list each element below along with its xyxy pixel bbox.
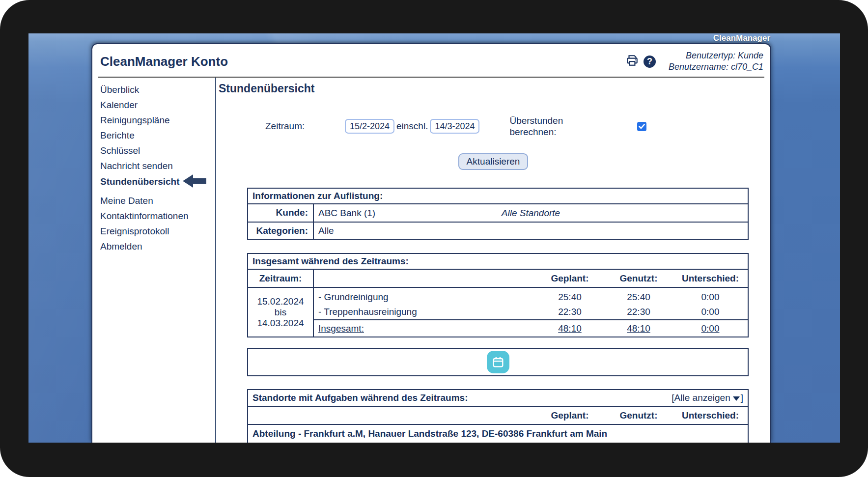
active-item-arrow-icon	[182, 180, 207, 191]
sidebar-item-reinigungsplaene[interactable]: Reinigungspläne	[100, 112, 215, 128]
table-row: - Treppenhausreinigung 22:30 22:30 0:00	[314, 305, 748, 319]
used-column-header: Genutzt:	[604, 273, 673, 284]
sidebar-item-berichte[interactable]: Berichte	[100, 128, 215, 143]
sidebar: Überblick Kalender Reinigungspläne Beric…	[92, 78, 215, 443]
update-button[interactable]: Aktualisieren	[458, 153, 529, 170]
sidebar-item-ueberblick[interactable]: Überblick	[100, 82, 215, 97]
customer-extra: Alle Standorte	[314, 208, 748, 219]
date-to-input[interactable]	[430, 119, 479, 134]
export-box	[247, 348, 749, 376]
info-table-title: Informationen zur Auflistung:	[252, 189, 383, 203]
table-row: Kategorien: Alle	[248, 222, 748, 239]
diff-column-header: Unterschied:	[673, 273, 748, 284]
totals-table-title: Insgesamt während des Zeitraums:	[252, 254, 409, 269]
planned-column-header: Geplant:	[535, 273, 604, 284]
customer-label: Kunde:	[248, 204, 314, 222]
overtime-label: Überstunden berechnen:	[509, 115, 567, 138]
window-header: CleanManager Konto ? Benutzertyp: Kunde …	[92, 44, 770, 76]
sidebar-item-kontaktinformationen[interactable]: Kontaktinformationen	[100, 208, 215, 224]
location-row: Abteilung - Frankfurt a.M, Hanauer Lands…	[248, 425, 748, 442]
sidebar-item-nachricht-senden[interactable]: Nachricht senden	[100, 158, 215, 173]
sidebar-item-ereignisprotokoll[interactable]: Ereignisprotokoll	[100, 224, 215, 239]
period-cell: 15.02.2024 bis 14.03.2024	[248, 288, 314, 337]
used-column-header: Genutzt:	[604, 410, 673, 421]
inclusive-label: einschl.	[396, 121, 428, 132]
app-title: CleanManager Konto	[100, 54, 626, 69]
show-all-dropdown[interactable]: [Alle anzeigen ]	[672, 391, 743, 405]
period-column-header: Zeitraum:	[248, 270, 314, 287]
sidebar-item-meine-daten[interactable]: Meine Daten	[100, 193, 215, 208]
table-row: - Grundreinigung 25:40 25:40 0:00	[314, 288, 748, 305]
totals-table: Insgesamt während des Zeitraums: Zeitrau…	[247, 253, 749, 337]
user-type: Benutzertyp: Kunde	[669, 50, 763, 61]
locations-table: Standorte mit Aufgaben während des Zeitr…	[247, 389, 749, 443]
period-label: Zeitraum:	[265, 121, 345, 132]
page-title: Stundenübersicht	[219, 82, 770, 95]
device-bezel: CleanManager CleanManager Konto ? Benutz…	[0, 0, 868, 477]
sidebar-item-kalender[interactable]: Kalender	[100, 97, 215, 112]
table-row: Kunde: ABC Bank (1) Alle Standorte	[248, 204, 748, 222]
main-content: Stundenübersicht Zeitraum: einschl. Über…	[215, 78, 770, 443]
sidebar-item-schluessel[interactable]: Schlüssel	[100, 143, 215, 158]
chevron-down-icon	[733, 396, 740, 401]
categories-label: Kategorien:	[248, 223, 314, 239]
print-icon[interactable]	[626, 54, 639, 69]
calendar-icon[interactable]	[487, 351, 509, 373]
table-row: ›Grundreinigung 14:00 14:00 0:00	[248, 442, 748, 443]
categories-value: Alle	[318, 225, 334, 236]
app-window: CleanManager Konto ? Benutzertyp: Kunde …	[91, 43, 771, 443]
info-table: Informationen zur Auflistung: Kunde: ABC…	[247, 188, 749, 240]
diff-column-header: Unterschied:	[673, 410, 748, 421]
user-info: Benutzertyp: Kunde Benutzername: cl70_C1	[669, 50, 763, 73]
browser-brand-label: CleanManager	[713, 33, 770, 43]
desktop-background: CleanManager CleanManager Konto ? Benutz…	[28, 33, 840, 443]
date-from-input[interactable]	[345, 119, 394, 134]
locations-table-header: Geplant: Genutzt: Unterschied:	[248, 407, 748, 425]
totals-row: Insgesamt: 48:10 48:10 0:00	[314, 319, 748, 337]
planned-column-header: Geplant:	[535, 410, 604, 421]
sidebar-item-abmelden[interactable]: Abmelden	[100, 239, 215, 254]
sidebar-item-stundenuebersicht[interactable]: Stundenübersicht	[100, 173, 215, 193]
overtime-checkbox[interactable]	[637, 122, 646, 131]
period-form: Zeitraum: einschl. Überstunden berechnen…	[265, 115, 770, 138]
help-icon[interactable]: ?	[644, 56, 656, 68]
totals-table-header: Zeitraum: Geplant: Genutzt: Unterschied:	[248, 270, 748, 288]
user-name: Benutzername: cl70_C1	[669, 61, 763, 73]
locations-table-title: Standorte mit Aufgaben während des Zeitr…	[252, 391, 468, 405]
